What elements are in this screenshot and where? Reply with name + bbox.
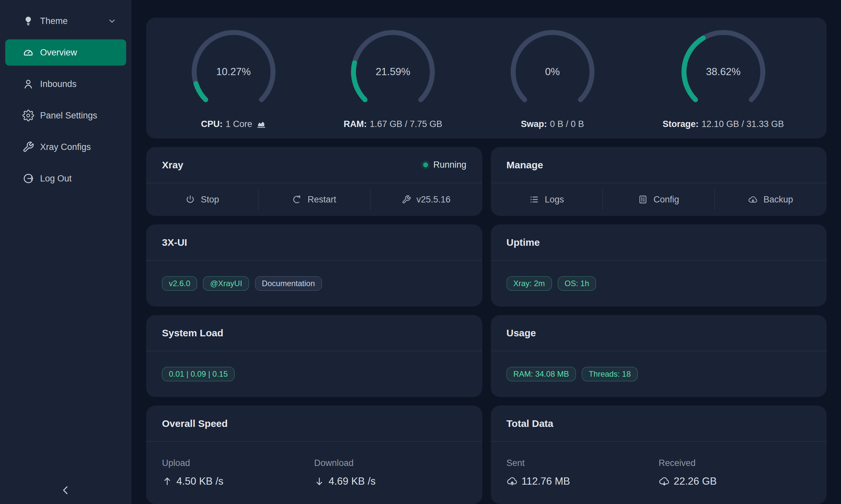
- xray-card: Xray Running Stop: [146, 147, 482, 216]
- ram-percent: 21.59%: [348, 27, 437, 116]
- running-status-dot: [423, 162, 428, 167]
- gear-icon: [22, 110, 34, 121]
- cpu-area-chart-icon[interactable]: [256, 119, 266, 129]
- chevron-left-icon: [59, 484, 72, 497]
- list-icon: [529, 195, 539, 204]
- ram-gauge: 21.59% RAM:1.67 GB / 7.75 GB: [344, 27, 442, 129]
- lightbulb-icon: [22, 15, 34, 27]
- overall-speed-card: Overall Speed Upload 4.50 KB /s: [146, 406, 482, 504]
- sidebar-item-label: Overview: [40, 48, 77, 58]
- cards-grid: Xray Running Stop: [146, 147, 826, 504]
- theme-label: Theme: [40, 16, 68, 26]
- cpu-gauge: 10.27% CPU:1 Core: [189, 27, 278, 129]
- usage-card: Usage RAM: 34.08 MB Threads: 18: [491, 315, 827, 397]
- xray-status-badge: Running: [423, 160, 466, 170]
- arrow-down-icon: [314, 476, 325, 487]
- manage-logs-button[interactable]: Logs: [491, 183, 603, 216]
- sidebar: Theme Overview: [0, 0, 132, 504]
- xray-status-text: Running: [433, 160, 466, 170]
- power-icon: [185, 195, 195, 204]
- total-data-card: Total Data Sent 112.76 MB: [491, 406, 827, 504]
- upload-label: Upload: [162, 458, 314, 468]
- ram-usage-tag: RAM: 34.08 MB: [507, 367, 576, 381]
- system-gauges-card: 10.27% CPU:1 Core: [146, 18, 826, 139]
- cloud-backup-icon: [748, 195, 758, 204]
- system-load-card: System Load 0.01 | 0.09 | 0.15: [146, 315, 482, 397]
- gauge-icon: [22, 47, 34, 58]
- xray-version-button[interactable]: v25.5.16: [370, 183, 482, 216]
- download-value: 4.69 KB /s: [328, 475, 376, 487]
- received-stat: Received 22.26 GB: [659, 458, 811, 504]
- xrayui-tag[interactable]: @XrayUI: [203, 276, 249, 291]
- sidebar-item-label: Log Out: [40, 174, 72, 184]
- received-label: Received: [659, 458, 811, 468]
- overall-speed-card-title: Overall Speed: [162, 418, 228, 429]
- storage-gauge: 38.62% Storage:12.10 GB / 31.33 GB: [663, 27, 784, 129]
- load-average-tag: 0.01 | 0.09 | 0.15: [162, 367, 235, 381]
- version-tag[interactable]: v2.6.0: [162, 276, 197, 291]
- storage-label: Storage:12.10 GB / 31.33 GB: [663, 119, 784, 129]
- manage-config-button[interactable]: Config: [602, 183, 715, 216]
- sliders-icon: [638, 195, 648, 204]
- os-uptime-tag: OS: 1h: [558, 276, 596, 291]
- download-label: Download: [314, 458, 466, 468]
- swap-percent: 0%: [508, 27, 597, 116]
- xray-stop-button[interactable]: Stop: [146, 183, 258, 216]
- sidebar-collapse-button[interactable]: [0, 484, 132, 497]
- sidebar-item-log-out[interactable]: Log Out: [5, 165, 126, 192]
- manage-card-title: Manage: [507, 160, 543, 170]
- cpu-percent: 10.27%: [189, 27, 278, 116]
- storage-percent: 38.62%: [679, 27, 768, 116]
- uptime-card: Uptime Xray: 2m OS: 1h: [491, 224, 827, 306]
- threexui-card: 3X-UI v2.6.0 @XrayUI Documentation: [146, 224, 482, 306]
- sidebar-item-label: Inbounds: [40, 79, 76, 89]
- sidebar-item-overview[interactable]: Overview: [5, 39, 126, 66]
- swap-label: Swap:0 B / 0 B: [521, 119, 584, 129]
- sent-value: 112.76 MB: [522, 475, 570, 487]
- threads-tag: Threads: 18: [582, 367, 638, 381]
- xray-uptime-tag: Xray: 2m: [507, 276, 552, 291]
- sidebar-item-label: Xray Configs: [40, 142, 91, 152]
- swap-gauge: 0% Swap:0 B / 0 B: [508, 27, 597, 129]
- threexui-card-title: 3X-UI: [162, 237, 187, 248]
- xray-restart-button[interactable]: Restart: [258, 183, 370, 216]
- restart-icon: [292, 195, 302, 204]
- download-stat: Download 4.69 KB /s: [314, 458, 466, 504]
- wrench-icon: [22, 141, 34, 153]
- sidebar-item-xray-configs[interactable]: Xray Configs: [5, 134, 126, 160]
- uptime-card-title: Uptime: [507, 237, 540, 248]
- theme-menu[interactable]: Theme: [5, 8, 126, 34]
- logout-icon: [22, 173, 34, 184]
- cloud-upload-icon: [507, 476, 518, 487]
- upload-value: 4.50 KB /s: [176, 475, 223, 487]
- arrow-up-icon: [162, 476, 172, 487]
- upload-stat: Upload 4.50 KB /s: [162, 458, 314, 504]
- received-value: 22.26 GB: [674, 475, 717, 487]
- sent-label: Sent: [507, 458, 659, 468]
- xray-card-title: Xray: [162, 160, 183, 170]
- chevron-down-icon: [107, 16, 117, 26]
- manage-card: Manage Logs: [491, 147, 827, 216]
- sidebar-item-panel-settings[interactable]: Panel Settings: [5, 102, 126, 129]
- documentation-tag[interactable]: Documentation: [255, 276, 322, 291]
- cpu-label: CPU:1 Core: [201, 119, 266, 129]
- total-data-card-title: Total Data: [507, 418, 553, 429]
- wrench-small-icon: [402, 195, 411, 204]
- usage-card-title: Usage: [507, 327, 536, 339]
- sidebar-item-inbounds[interactable]: Inbounds: [5, 71, 126, 97]
- system-load-card-title: System Load: [162, 327, 223, 339]
- sidebar-item-label: Panel Settings: [40, 111, 97, 121]
- sent-stat: Sent 112.76 MB: [507, 458, 659, 504]
- app-root: Theme Overview: [0, 0, 841, 504]
- ram-label: RAM:1.67 GB / 7.75 GB: [344, 119, 442, 129]
- cloud-download-icon: [659, 476, 670, 487]
- manage-backup-button[interactable]: Backup: [715, 183, 826, 216]
- user-icon: [22, 78, 34, 90]
- main-content: 10.27% CPU:1 Core: [132, 0, 841, 504]
